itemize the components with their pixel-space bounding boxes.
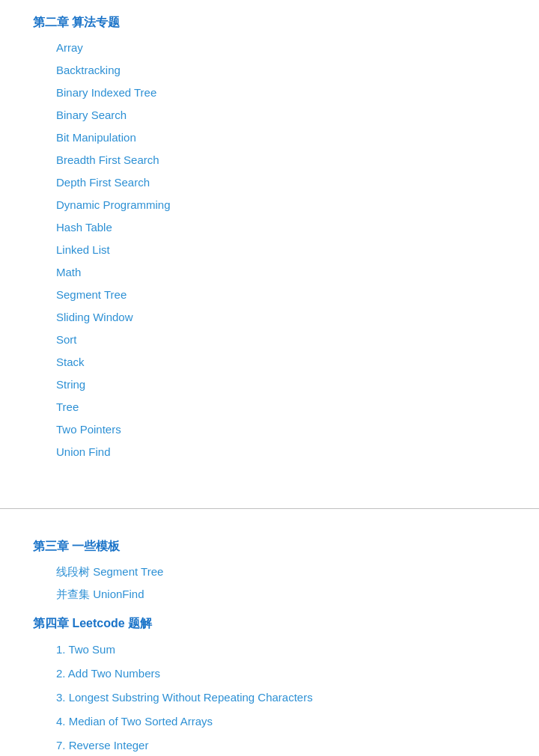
sidebar-item-breadth-first-search[interactable]: Breadth First Search xyxy=(0,149,539,171)
template-item-线段树-segment-tree[interactable]: 线段树 Segment Tree xyxy=(0,561,539,583)
leetcode-item-1-two-sum[interactable]: 1. Two Sum xyxy=(0,638,539,662)
sidebar-item-bit-manipulation[interactable]: Bit Manipulation xyxy=(0,126,539,149)
section-algorithms: 第二章 算法专题 ArrayBacktrackingBinary Indexed… xyxy=(0,0,539,508)
template-item-并查集-unionfind[interactable]: 并查集 UnionFind xyxy=(0,583,539,606)
section-templates: 第三章 一些模板 线段树 Segment Tree并查集 UnionFind 第… xyxy=(0,509,539,756)
page-container: 第二章 算法专题 ArrayBacktrackingBinary Indexed… xyxy=(0,0,539,756)
sidebar-item-string[interactable]: String xyxy=(0,374,539,396)
sidebar-item-dynamic-programming[interactable]: Dynamic Programming xyxy=(0,194,539,216)
sidebar-item-hash-table[interactable]: Hash Table xyxy=(0,216,539,239)
section-algorithms-title: 第二章 算法专题 xyxy=(0,15,539,31)
sidebar-item-union-find[interactable]: Union Find xyxy=(0,441,539,463)
sidebar-item-tree[interactable]: Tree xyxy=(0,396,539,418)
leetcode-item-4-median-of-two-sorted-arrays[interactable]: 4. Median of Two Sorted Arrays xyxy=(0,710,539,734)
templates-list: 线段树 Segment Tree并查集 UnionFind xyxy=(0,561,539,606)
leetcode-item-2-add-two-numbers[interactable]: 2. Add Two Numbers xyxy=(0,662,539,686)
sidebar-item-sort[interactable]: Sort xyxy=(0,329,539,351)
algorithms-list: ArrayBacktrackingBinary Indexed TreeBina… xyxy=(0,37,539,463)
sidebar-item-stack[interactable]: Stack xyxy=(0,351,539,374)
sidebar-item-binary-search[interactable]: Binary Search xyxy=(0,104,539,126)
sidebar-item-array[interactable]: Array xyxy=(0,37,539,59)
sidebar-item-sliding-window[interactable]: Sliding Window xyxy=(0,306,539,329)
leetcode-item-7-reverse-integer[interactable]: 7. Reverse Integer xyxy=(0,734,539,756)
sidebar-item-depth-first-search[interactable]: Depth First Search xyxy=(0,171,539,194)
sidebar-item-two-pointers[interactable]: Two Pointers xyxy=(0,418,539,441)
sidebar-item-linked-list[interactable]: Linked List xyxy=(0,239,539,261)
section-leetcode-title: 第四章 Leetcode 题解 xyxy=(0,616,539,632)
leetcode-item-3-longest-substring-without-repeating-characters[interactable]: 3. Longest Substring Without Repeating C… xyxy=(0,686,539,710)
leetcode-list: 1. Two Sum2. Add Two Numbers3. Longest S… xyxy=(0,638,539,756)
sidebar-item-math[interactable]: Math xyxy=(0,261,539,284)
sidebar-item-binary-indexed-tree[interactable]: Binary Indexed Tree xyxy=(0,82,539,104)
sidebar-item-segment-tree[interactable]: Segment Tree xyxy=(0,284,539,306)
section-templates-title: 第三章 一些模板 xyxy=(0,539,539,555)
sidebar-item-backtracking[interactable]: Backtracking xyxy=(0,59,539,82)
